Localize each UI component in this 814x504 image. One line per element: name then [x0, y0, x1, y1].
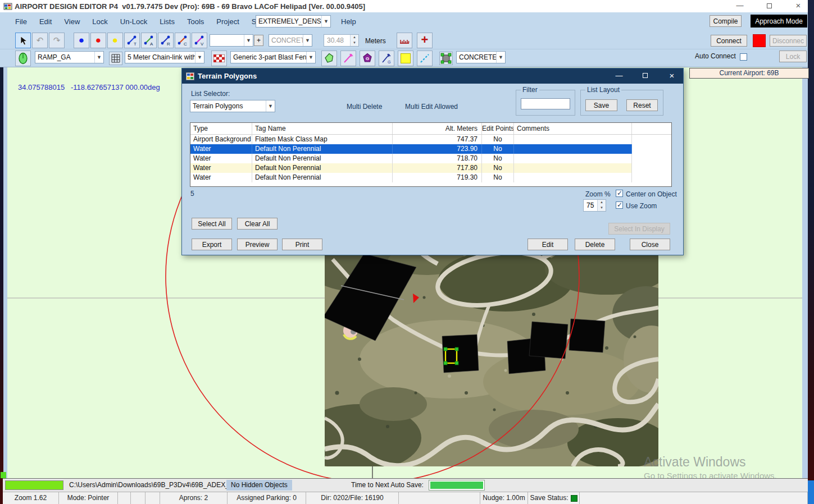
menu-item-project[interactable]: Project [210, 12, 245, 31]
grid-tool-button[interactable] [109, 52, 122, 65]
menu-item-un-lock[interactable]: Un-Lock [114, 12, 153, 31]
dashed-line-tool-button[interactable] [417, 51, 433, 66]
print-button[interactable]: Print [282, 239, 322, 250]
spin-up-icon[interactable]: ▲ [598, 200, 606, 205]
table-cell[interactable] [514, 135, 632, 144]
table-cell[interactable]: Default Non Perennial [252, 154, 393, 163]
table-cell[interactable] [632, 173, 671, 182]
column-header[interactable]: Type [190, 123, 252, 134]
checker-tool-button[interactable] [211, 51, 227, 66]
chevron-down-icon[interactable]: ▼ [244, 35, 253, 46]
terrain-polygon-selected[interactable] [442, 335, 479, 373]
fill-tool-button[interactable] [398, 51, 413, 66]
width-spinner[interactable]: 30.48 ▲▼ [324, 34, 359, 47]
column-header[interactable] [632, 123, 671, 134]
table-cell[interactable]: Water [190, 144, 252, 154]
zoom-spinner[interactable]: 75 ▲▼ [583, 199, 606, 212]
multi-delete-label[interactable]: Multi Delete [347, 103, 382, 111]
chain-fence-combo[interactable]: 5 Meter Chain-link with be▼ [125, 51, 204, 63]
vehicle-link-tool-button[interactable]: V [192, 33, 207, 48]
export-button[interactable]: Export [192, 239, 232, 250]
pointer-tool-button[interactable] [15, 33, 31, 48]
approach-mode-button[interactable]: Approach Mode [751, 15, 807, 28]
menu-item-tools[interactable]: Tools [181, 12, 210, 31]
table-cell[interactable]: 718.70 [393, 154, 482, 163]
spin-down-icon[interactable]: ▼ [598, 205, 606, 211]
spin-up-icon[interactable]: ▲ [351, 35, 358, 40]
delete-button[interactable]: Delete [575, 239, 615, 250]
table-cell[interactable]: Default Non Perennial [252, 173, 393, 182]
table-cell[interactable] [514, 144, 632, 154]
ground-vector-tool-button[interactable]: G [379, 51, 394, 66]
table-cell[interactable] [632, 163, 671, 173]
table-cell[interactable]: Water [190, 173, 252, 182]
restore-button[interactable] [760, 0, 779, 12]
taxiway-link-tool-button[interactable]: T [124, 33, 140, 48]
select-all-button[interactable]: Select All [192, 218, 232, 230]
reset-layout-button[interactable]: Reset [626, 99, 658, 111]
density-combo[interactable]: EXTREMELY_DENSE ▼ [256, 15, 331, 28]
table-cell[interactable]: Water [190, 163, 252, 173]
dialog-close-button[interactable]: × [661, 68, 683, 84]
undo-button[interactable]: ↶ [32, 33, 48, 48]
multi-edit-allowed-label[interactable]: Multi Edit Allowed [405, 103, 458, 111]
auto-connect-checkbox[interactable] [740, 53, 747, 61]
preview-button[interactable]: Preview [237, 239, 278, 250]
closed-link-tool-button[interactable]: C [175, 33, 190, 48]
helipad-tool-button[interactable] [15, 51, 31, 66]
table-cell[interactable]: No [482, 135, 514, 144]
surface-combo[interactable]: CONCRETE▼ [456, 51, 506, 63]
terrain-polygon[interactable] [569, 319, 605, 352]
chevron-down-icon[interactable]: ▼ [496, 52, 505, 63]
menu-item-lists[interactable]: Lists [153, 12, 181, 31]
minimize-button[interactable]: — [730, 0, 749, 12]
chevron-down-icon[interactable]: ▼ [94, 52, 103, 63]
column-header[interactable]: Edit Points [482, 123, 514, 134]
link-type-combo[interactable]: ▼ [210, 34, 253, 47]
menu-item-edit[interactable]: Edit [33, 12, 58, 31]
measure-tool-button[interactable] [397, 33, 412, 48]
connect-button[interactable]: Connect [711, 35, 747, 47]
table-cell[interactable]: Airport Background [190, 135, 252, 144]
close-dialog-button[interactable]: Close [630, 239, 670, 250]
terrain-polygon[interactable] [529, 322, 568, 359]
ramp-combo[interactable]: RAMP_GA▼ [35, 51, 104, 63]
red-node-tool-button[interactable]: ● [90, 33, 106, 48]
menu-item-view[interactable]: View [58, 12, 86, 31]
table-cell[interactable]: 717.80 [393, 163, 482, 173]
taskbar-edge-icon[interactable] [808, 480, 814, 504]
column-header[interactable]: Tag Name [252, 123, 393, 134]
table-row[interactable]: Airport BackgroundFlatten Mask Class Map… [190, 135, 671, 144]
spin-down-icon[interactable]: ▼ [351, 40, 358, 46]
add-point-tool-button[interactable]: + [417, 33, 433, 48]
table-row[interactable]: WaterDefault Non Perennial717.80No [190, 163, 671, 173]
right-scroll-strip[interactable] [802, 67, 808, 478]
table-row[interactable]: WaterDefault Non Perennial723.90No [190, 144, 671, 154]
table-cell[interactable]: Water [190, 154, 252, 163]
center-on-object-checkbox[interactable] [616, 190, 623, 197]
dialog-maximize-button[interactable] [634, 68, 656, 84]
menu-item-file[interactable]: File [9, 12, 33, 31]
polygon-tool-button[interactable] [321, 51, 337, 66]
table-cell[interactable] [632, 135, 671, 144]
list-selector-combo[interactable]: Terrain Polygons▼ [190, 100, 275, 112]
table-cell[interactable]: Flatten Mask Class Map [252, 135, 393, 144]
menu-item-help[interactable]: Help [335, 12, 362, 31]
table-cell[interactable]: 719.30 [393, 173, 482, 182]
clear-all-button[interactable]: Clear All [237, 218, 278, 230]
table-cell[interactable] [514, 154, 632, 163]
menu-item-lock[interactable]: Lock [86, 12, 113, 31]
table-cell[interactable]: No [482, 173, 514, 182]
table-cell[interactable]: Default Non Perennial [252, 163, 393, 173]
apron-link-tool-button[interactable]: A [141, 33, 157, 48]
vector-tool-button[interactable] [340, 51, 356, 66]
chevron-down-icon[interactable]: ▼ [266, 100, 275, 112]
table-cell[interactable]: 723.90 [393, 144, 482, 154]
close-button[interactable]: × [789, 0, 808, 12]
table-cell[interactable] [632, 144, 671, 154]
terrain-table-header[interactable]: TypeTag NameAlt. MetersEdit PointsCommen… [190, 123, 671, 135]
edit-button[interactable]: Edit [527, 239, 568, 250]
redo-button[interactable]: ↷ [49, 33, 65, 48]
chevron-down-icon[interactable]: ▼ [195, 52, 204, 63]
table-row[interactable]: WaterDefault Non Perennial719.30No [190, 173, 671, 182]
